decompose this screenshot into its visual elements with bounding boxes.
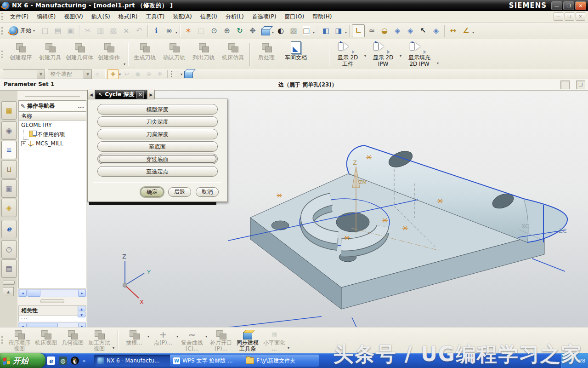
caret-down-icon[interactable]: ▾: [272, 30, 274, 34]
shaded-view-icon[interactable]: [260, 25, 271, 37]
create-geometry-button[interactable]: 创建几何体: [65, 39, 94, 69]
caret-down-icon[interactable]: ▾: [364, 54, 366, 58]
generate-toolpath-button[interactable]: 生成刀轨: [130, 39, 159, 69]
geometry-view-button[interactable]: 几何视图: [59, 328, 86, 353]
hd3d-tools-tab[interactable]: ◈: [1, 199, 17, 217]
start-menu-button[interactable]: 开始: [0, 353, 45, 368]
dependencies-header[interactable]: 相关性 ▲ ▼: [18, 305, 86, 316]
pan-view-icon[interactable]: [247, 25, 259, 37]
create-program-button[interactable]: 创建程序: [6, 39, 35, 69]
maximize-button[interactable]: ❐: [563, 1, 574, 10]
doc-minimize-button[interactable]: —: [554, 12, 563, 21]
save-icon[interactable]: [65, 25, 77, 37]
interpart-link-icon[interactable]: [92, 70, 102, 79]
caret-down-icon[interactable]: ▾: [181, 72, 182, 76]
caret-down-icon[interactable]: ▾: [124, 62, 125, 66]
machine-simulation-button[interactable]: 机床仿真: [218, 39, 248, 69]
panel-grip[interactable]: [25, 93, 80, 97]
operation-navigator-tab[interactable]: ≡: [1, 141, 17, 159]
tree-horizontal-scrollbar[interactable]: ◂ ▸: [18, 289, 86, 297]
navigator-more[interactable]: ...: [78, 103, 84, 109]
tree-row-geometry[interactable]: GEOMETRY: [19, 121, 86, 130]
through-bottom-face-button[interactable]: 穿过底面: [97, 154, 218, 164]
orient-wcs-icon[interactable]: [352, 24, 365, 37]
machine-tool-navigator-tab[interactable]: ⊔: [1, 160, 17, 178]
menu-format[interactable]: 格式(R): [114, 12, 142, 22]
clip-section-icon[interactable]: [320, 25, 332, 37]
show-filled-2d-ipw-button[interactable]: 显示填充2D IPW: [402, 39, 437, 69]
taskbar-item-wps[interactable]: W WPS 文字 抢鲜版 ...: [170, 355, 246, 367]
scroll-thumb[interactable]: [28, 290, 40, 297]
move-object-icon[interactable]: [391, 25, 403, 37]
taskbar-item-nx[interactable]: NX 6 - Manufactu...: [94, 355, 173, 367]
caret-down-icon[interactable]: ▾: [437, 61, 439, 65]
tree-row-mcs-mill[interactable]: + MCS_MILL: [19, 139, 86, 148]
information-icon[interactable]: [150, 25, 162, 37]
taskbar-item-folder[interactable]: F:\y\新建文件夹: [243, 355, 319, 367]
caret-down-icon[interactable]: ▾: [176, 334, 178, 339]
composite-curve-button[interactable]: 复合曲线(C)...: [179, 328, 205, 353]
rectangle-select-icon[interactable]: [170, 70, 180, 79]
show-hide-icon[interactable]: [430, 25, 442, 37]
synchronous-modeling-button[interactable]: 同步建模工具条: [234, 328, 261, 353]
drag-handle-icon[interactable]: [155, 70, 165, 79]
qq-icon[interactable]: 🐧: [71, 356, 79, 365]
panel-splitter[interactable]: [40, 299, 64, 303]
caret-down-icon[interactable]: ▾: [400, 54, 401, 58]
caret-down-icon[interactable]: ▾: [175, 30, 177, 34]
type-filter-combo[interactable]: ▼: [3, 69, 45, 79]
constraint-navigator-tab[interactable]: ◉: [1, 121, 17, 140]
measure-angle-icon[interactable]: [460, 25, 472, 37]
pin-icon[interactable]: ✎: [21, 103, 25, 109]
caret-down-icon[interactable]: ▾: [288, 346, 289, 350]
close-button[interactable]: ✕: [575, 1, 586, 10]
find-component-icon[interactable]: [163, 25, 175, 37]
machine-tool-view-button[interactable]: 机床视图: [33, 328, 59, 353]
shop-documentation-button[interactable]: 车间文档: [281, 39, 311, 69]
menu-tools[interactable]: 工具(T): [141, 12, 169, 22]
web-browser-tab[interactable]: e: [1, 220, 17, 238]
menu-analysis[interactable]: 分析(L): [221, 12, 248, 22]
menu-assemblies[interactable]: 装配(A): [169, 12, 196, 22]
caret-down-icon[interactable]: ▾: [472, 30, 474, 34]
dialog-forward-arrow[interactable]: ▶: [147, 90, 155, 99]
to-selected-point-button[interactable]: 至选定点: [97, 166, 218, 177]
quick-launch-overflow[interactable]: »: [83, 358, 86, 364]
delete-icon[interactable]: [120, 25, 132, 37]
open-part-icon[interactable]: [52, 25, 64, 37]
menu-edit[interactable]: 编辑(E): [33, 12, 60, 22]
ie-icon[interactable]: e: [47, 356, 55, 365]
menu-help[interactable]: 帮助(H): [308, 12, 336, 22]
point-on-curve-icon[interactable]: [144, 70, 154, 79]
start-app-button[interactable]: 开始 ▾: [6, 25, 39, 37]
menu-window[interactable]: 窗口(O): [280, 12, 308, 22]
cut-icon[interactable]: [82, 25, 94, 37]
measure-distance-icon[interactable]: [447, 25, 459, 37]
select-object-icon[interactable]: [417, 25, 429, 37]
caret-down-icon[interactable]: ▾: [345, 30, 347, 34]
tree-row-unused-items[interactable]: 不使用的项: [19, 130, 86, 139]
create-tool-button[interactable]: 创建刀具: [35, 39, 65, 69]
dialog-close-icon[interactable]: ✕: [136, 91, 144, 98]
facet-body-button[interactable]: 小平面化...: [261, 328, 288, 353]
dialog-back-arrow[interactable]: ◀: [87, 90, 95, 99]
menu-view[interactable]: 视图(V): [60, 12, 87, 22]
tool-shoulder-depth-button[interactable]: 刀肩深度: [97, 129, 218, 139]
rotate-view-icon[interactable]: [234, 25, 246, 37]
caret-down-icon[interactable]: ▾: [113, 346, 114, 350]
machining-method-view-button[interactable]: 加工方法视图: [86, 328, 113, 353]
program-order-view-button[interactable]: 程序顺序视图: [6, 328, 33, 353]
snap-point-toggle[interactable]: [107, 69, 119, 79]
back-button[interactable]: 后退: [168, 187, 191, 197]
show-2d-ipw-button[interactable]: 显示 2DIPW: [367, 39, 400, 69]
model-depth-button[interactable]: 模型深度: [97, 104, 218, 115]
resource-scroll-up-button[interactable]: ▲: [3, 287, 14, 296]
tool-tip-depth-button[interactable]: 刀尖深度: [97, 116, 218, 127]
doc-restore-button[interactable]: ❐: [565, 12, 574, 21]
background-icon[interactable]: [300, 25, 312, 37]
to-bottom-face-button[interactable]: 至底面: [97, 141, 218, 152]
verify-toolpath-button[interactable]: 确认刀轨: [159, 39, 189, 69]
assembly-navigator-tab[interactable]: ▦: [1, 101, 17, 120]
viewport-restore-icon[interactable]: ❒: [576, 80, 585, 89]
menu-file[interactable]: 文件(F): [6, 12, 33, 22]
